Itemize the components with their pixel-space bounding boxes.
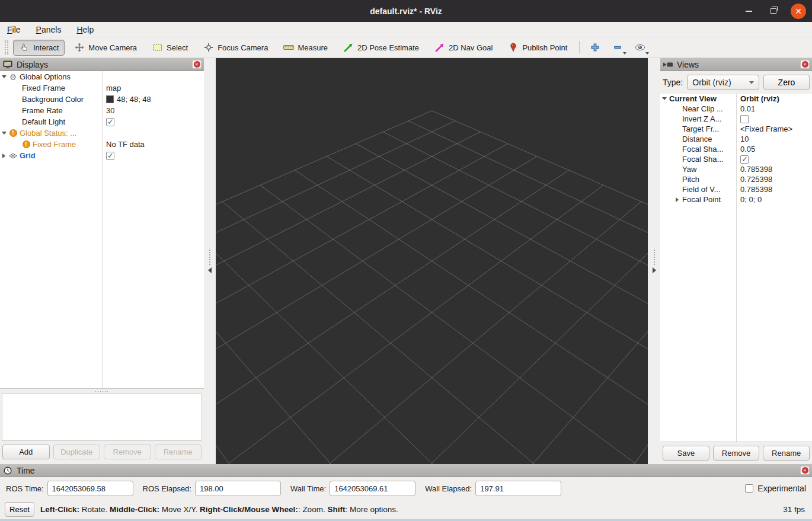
property-value[interactable]: map — [106, 84, 121, 92]
displays-close-button[interactable]: ✕ — [192, 60, 202, 69]
property-checkbox[interactable] — [106, 118, 114, 126]
render-viewport[interactable] — [216, 58, 648, 464]
tool-publish-point[interactable]: Publish Point — [502, 40, 573, 56]
right-panel-splitter[interactable] — [648, 58, 660, 464]
ros-time-field: ROS Time: — [6, 481, 133, 496]
views-save-button[interactable]: Save — [663, 446, 709, 461]
property-checkbox[interactable] — [740, 155, 749, 164]
property-value[interactable]: 0.725398 — [740, 175, 772, 184]
views-row-pitch[interactable]: Pitch0.725398 — [660, 174, 812, 184]
property-value[interactable]: 10 — [740, 135, 749, 143]
views-row-field-of-v[interactable]: Field of V...0.785398 — [660, 184, 812, 194]
views-row-focal-sha[interactable]: Focal Sha... — [660, 154, 812, 164]
collapse-left-icon[interactable] — [208, 267, 212, 273]
property-value[interactable]: 30 — [106, 106, 114, 115]
caret-down-icon[interactable] — [660, 97, 668, 100]
views-row-invert-z-a[interactable]: Invert Z A... — [660, 114, 812, 124]
tool-measure[interactable]: Measure — [277, 40, 334, 56]
close-button[interactable]: ✕ — [791, 4, 806, 19]
views-rename-button[interactable]: Rename — [763, 446, 810, 461]
remove-tool-button[interactable] — [608, 40, 627, 56]
experimental-checkbox[interactable] — [745, 484, 753, 493]
minimize-button[interactable] — [741, 4, 756, 19]
displays-row-frame-rate[interactable]: Frame Rate30 — [0, 105, 204, 116]
displays-remove-button[interactable]: Remove — [104, 445, 151, 459]
property-value[interactable]: 0.01 — [740, 104, 755, 113]
menu-help[interactable]: Help — [76, 25, 94, 34]
left-panel-splitter[interactable] — [204, 58, 216, 464]
warning-icon: ! — [21, 140, 31, 148]
property-checkbox[interactable] — [740, 115, 749, 123]
displays-duplicate-button[interactable]: Duplicate — [53, 445, 101, 459]
property-value[interactable]: 0.05 — [740, 145, 755, 154]
displays-row-background-color[interactable]: Background Color48; 48; 48 — [0, 94, 204, 105]
restore-icon — [771, 8, 776, 14]
plus-icon — [590, 42, 600, 53]
views-icon — [663, 62, 673, 68]
displays-row-global-status[interactable]: !Global Status: ... — [0, 127, 204, 139]
experimental-toggle[interactable]: Experimental — [745, 484, 806, 493]
add-tool-button[interactable] — [586, 40, 605, 56]
tool-select[interactable]: Select — [146, 40, 194, 56]
wall-time-field: Wall Time: — [290, 481, 415, 496]
views-row-target-fr[interactable]: Target Fr...<Fixed Frame> — [660, 124, 812, 134]
property-value[interactable]: <Fixed Frame> — [740, 124, 792, 133]
menu-panels[interactable]: Panels — [36, 25, 62, 34]
caret-right-icon[interactable] — [0, 154, 8, 158]
property-name: Default Light — [21, 117, 65, 126]
caret-right-icon[interactable] — [673, 197, 681, 202]
tool-2d-nav-goal[interactable]: 2D Nav Goal — [429, 40, 498, 56]
displays-row-fixed-frame[interactable]: Fixed Framemap — [0, 82, 204, 94]
property-value[interactable]: 48; 48; 48 — [117, 95, 151, 104]
zero-button[interactable]: Zero — [763, 75, 810, 90]
views-row-current-view[interactable]: Current ViewOrbit (rviz) — [660, 94, 812, 104]
property-value[interactable]: 0; 0; 0 — [740, 195, 762, 204]
time-fields: ROS Time:ROS Elapsed:Wall Time:Wall Elap… — [0, 477, 812, 500]
views-remove-button[interactable]: Remove — [713, 446, 760, 461]
displays-rename-button[interactable]: Rename — [155, 445, 202, 459]
ros-time-input[interactable] — [47, 481, 133, 496]
color-swatch[interactable] — [106, 95, 114, 103]
tool-interact[interactable]: Interact — [13, 40, 65, 56]
displays-splitter-handle[interactable]: ······ — [0, 389, 204, 394]
chevron-down-icon[interactable] — [645, 52, 649, 55]
property-name: Background Color — [21, 95, 84, 104]
view-type-select[interactable]: Orbit (rviz) — [687, 75, 759, 90]
views-row-focal-point[interactable]: Focal Point0; 0; 0 — [660, 194, 812, 204]
reset-button[interactable]: Reset — [5, 502, 34, 517]
tool-move-camera[interactable]: Move Camera — [68, 40, 143, 56]
displays-row-fixed-frame[interactable]: !Fixed FrameNo TF data — [0, 139, 204, 150]
displays-row-default-light[interactable]: Default Light — [0, 116, 204, 127]
property-value[interactable]: 0.785398 — [740, 185, 772, 194]
views-row-focal-sha[interactable]: Focal Sha...0.05 — [660, 144, 812, 154]
displays-row-global-options[interactable]: ⚙Global Options — [0, 71, 204, 82]
tool-focus-camera[interactable]: Focus Camera — [197, 40, 274, 56]
ros-elapsed-input[interactable] — [195, 481, 281, 496]
property-value[interactable]: No TF data — [106, 140, 145, 149]
displays-panel-title: Displays — [17, 60, 188, 69]
property-value[interactable]: Orbit (rviz) — [740, 94, 779, 103]
wall-time-input[interactable] — [330, 481, 415, 496]
views-row-near-clip[interactable]: Near Clip ...0.01 — [660, 104, 812, 114]
menu-file[interactable]: File — [7, 25, 21, 34]
wall-elapsed-input[interactable] — [475, 481, 561, 496]
tool-2d-pose-estimate[interactable]: 2D Pose Estimate — [337, 40, 425, 56]
displays-row-grid[interactable]: Grid — [0, 150, 204, 161]
caret-down-icon[interactable] — [0, 75, 8, 78]
views-row-distance[interactable]: Distance10 — [660, 134, 812, 144]
property-name: Yaw — [681, 165, 696, 174]
views-close-button[interactable]: ✕ — [800, 60, 810, 69]
tool-visibility-button[interactable] — [631, 40, 650, 56]
property-name: Target Fr... — [681, 124, 719, 133]
maximize-button[interactable] — [766, 4, 781, 19]
property-value[interactable]: 0.785398 — [740, 165, 772, 174]
property-name: Field of V... — [681, 185, 721, 194]
displays-add-button[interactable]: Add — [2, 445, 50, 459]
caret-down-icon[interactable] — [0, 132, 8, 135]
property-checkbox[interactable] — [106, 152, 114, 160]
collapse-right-icon[interactable] — [653, 267, 656, 273]
time-close-button[interactable]: ✕ — [800, 466, 810, 475]
gear-icon: ⚙ — [8, 73, 18, 81]
chevron-down-icon[interactable] — [623, 52, 626, 55]
views-row-yaw[interactable]: Yaw0.785398 — [660, 164, 812, 174]
